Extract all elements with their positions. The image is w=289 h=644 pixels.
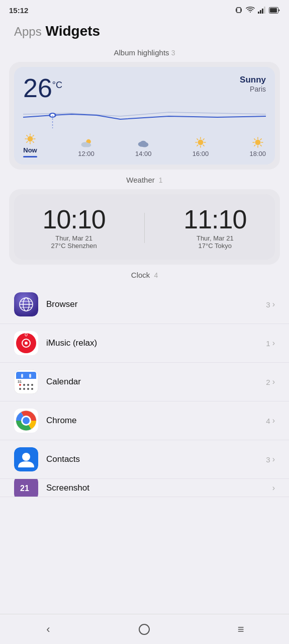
weather-section: Album highlights 3 26°C Sunny Paris: [0, 48, 289, 184]
weather-time-now: Now: [23, 133, 37, 157]
weather-temperature: 26°C: [23, 75, 62, 101]
svg-rect-5: [262, 9, 263, 14]
svg-rect-6: [264, 7, 265, 14]
clock-divider: [144, 213, 145, 243]
svg-line-34: [197, 145, 198, 146]
browser-count: 3 ›: [266, 300, 275, 309]
svg-line-17: [33, 141, 34, 142]
app-list-item-browser[interactable]: Browser 3 ›: [0, 285, 289, 324]
weather-time-1200: 12:00: [78, 138, 94, 157]
clock-time-shenzhen: 10:10: [43, 206, 106, 232]
contacts-label: Contacts: [46, 454, 266, 464]
weather-count-label: Weather 1: [0, 176, 289, 184]
signal-icon: [258, 7, 266, 14]
svg-rect-3: [258, 12, 259, 14]
calendar-icon: 31: [14, 370, 38, 394]
clock-widget-card[interactable]: 10:10 Thur, Mar 21 27°C Shenzhen 11:10 T…: [9, 189, 280, 265]
svg-point-25: [140, 141, 146, 145]
browser-label: Browser: [46, 299, 266, 309]
sun-icon: [25, 133, 36, 144]
svg-point-35: [255, 140, 260, 145]
weather-time-1600: 16:00: [192, 137, 209, 157]
app-list: Browser 3 › iMusic (relax) 1 ›: [0, 285, 289, 497]
weather-description: Sunny Paris: [240, 75, 266, 93]
status-icons: [235, 6, 280, 14]
status-time: 15:12: [9, 6, 28, 15]
svg-line-40: [254, 139, 255, 140]
vibrate-icon: [235, 6, 243, 14]
svg-point-64: [27, 384, 29, 386]
clock-count-label: Clock 4: [0, 271, 289, 279]
svg-point-11: [28, 136, 33, 141]
svg-rect-61: [29, 374, 31, 378]
clock-location-shenzhen: 27°C Shenzhen: [51, 242, 97, 250]
app-list-item-contacts[interactable]: Contacts 3 ›: [0, 440, 289, 479]
svg-rect-54: [25, 333, 27, 336]
app-list-item-imusic[interactable]: iMusic (relax) 1 ›: [0, 324, 289, 363]
home-button[interactable]: [129, 619, 159, 639]
calendar-count: 2 ›: [266, 377, 275, 386]
screenshot-label: Screenshot: [46, 483, 270, 493]
screenshot-icon: 21: [14, 479, 38, 497]
svg-line-19: [27, 141, 28, 142]
menu-button[interactable]: ≡: [226, 619, 256, 639]
status-bar: 15:12: [0, 0, 289, 18]
svg-point-65: [31, 384, 33, 386]
svg-rect-4: [260, 10, 261, 14]
calendar-label: Calendar: [46, 377, 266, 387]
clock-time-tokyo: 11:10: [183, 206, 246, 232]
weather-widget-card[interactable]: 26°C Sunny Paris: [9, 62, 280, 170]
browser-arrow-icon: ›: [272, 300, 275, 309]
weather-top: 26°C Sunny Paris: [23, 75, 266, 101]
bottom-nav: ‹ ≡: [0, 614, 289, 644]
svg-line-18: [33, 135, 34, 136]
svg-text:21: 21: [20, 484, 29, 493]
svg-point-26: [198, 140, 203, 145]
cloud-icon: [137, 138, 149, 148]
svg-line-16: [27, 135, 28, 136]
back-button[interactable]: ‹: [33, 619, 63, 639]
screenshot-count: ›: [270, 484, 275, 493]
svg-point-22: [84, 143, 91, 147]
svg-line-42: [260, 139, 261, 140]
svg-rect-60: [21, 374, 23, 378]
imusic-arrow-icon: ›: [272, 339, 275, 348]
app-list-item-screenshot[interactable]: 21 Screenshot ›: [0, 479, 289, 497]
wifi-icon: [246, 7, 255, 14]
svg-point-69: [31, 388, 33, 390]
imusic-count: 1 ›: [266, 339, 275, 348]
imusic-label: iMusic (relax): [46, 338, 266, 348]
svg-line-41: [260, 145, 261, 146]
browser-icon: [14, 292, 38, 316]
contacts-arrow-icon: ›: [272, 455, 275, 464]
clock-date-shenzhen: Thur, Mar 21: [55, 234, 92, 242]
clock-date-tokyo: Thur, Mar 21: [197, 234, 234, 242]
imusic-icon: [14, 331, 38, 355]
svg-text:31: 31: [18, 380, 22, 383]
svg-point-53: [25, 342, 28, 345]
weather-graph: [23, 104, 266, 128]
svg-point-62: [19, 384, 21, 386]
screenshot-arrow-icon: ›: [272, 484, 275, 493]
svg-rect-8: [270, 8, 277, 13]
weather-section-label: Album highlights 3: [0, 48, 289, 57]
svg-rect-2: [241, 9, 242, 12]
weather-times: Now 12:00: [23, 133, 266, 157]
sun-icon-2: [195, 137, 206, 148]
svg-rect-0: [237, 8, 241, 13]
app-list-item-chrome[interactable]: Chrome 4 ›: [0, 401, 289, 440]
weather-time-1800: 18:00: [249, 137, 266, 157]
chrome-icon: [14, 409, 38, 433]
svg-line-31: [197, 139, 198, 140]
home-icon: [139, 624, 150, 635]
clock-section: 10:10 Thur, Mar 21 27°C Shenzhen 11:10 T…: [0, 189, 289, 279]
sun-icon-3: [252, 137, 263, 148]
svg-point-73: [23, 417, 30, 424]
battery-icon: [269, 7, 280, 14]
app-list-item-calendar[interactable]: 31 Calendar 2 ›: [0, 363, 289, 401]
svg-line-33: [203, 139, 204, 140]
svg-point-68: [27, 388, 29, 390]
calendar-arrow-icon: ›: [272, 377, 275, 386]
svg-point-67: [23, 388, 25, 390]
svg-line-32: [203, 145, 204, 146]
